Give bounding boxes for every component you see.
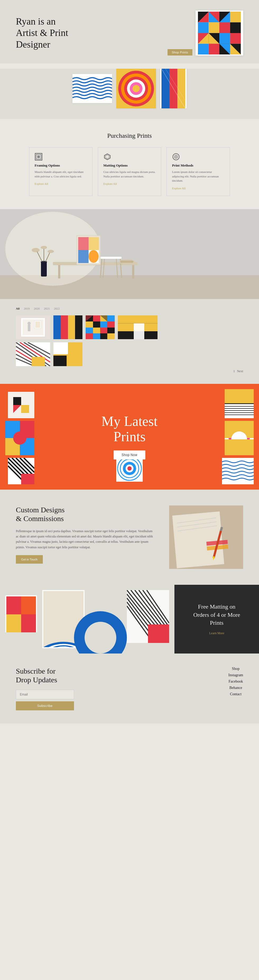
- email-input[interactable]: [16, 690, 74, 699]
- svg-rect-61: [41, 262, 47, 277]
- svg-line-131: [8, 458, 34, 484]
- footer-link-facebook[interactable]: Facebook: [228, 679, 243, 684]
- subscribe-button[interactable]: Subscribe: [16, 702, 74, 710]
- custom-designs-desc: Pellentesque in ipsum id orci porta dapi…: [16, 528, 153, 550]
- filter-2021[interactable]: 2021: [44, 307, 50, 310]
- svg-rect-138: [21, 474, 34, 484]
- svg-rect-48: [58, 265, 60, 278]
- svg-rect-170: [21, 597, 36, 614]
- email-input-wrap: Subscribe: [16, 690, 74, 710]
- svg-rect-91: [107, 321, 115, 328]
- svg-rect-7: [230, 22, 241, 33]
- filter-2022[interactable]: 2022: [54, 307, 60, 310]
- svg-rect-95: [107, 328, 115, 333]
- footer-link-contact[interactable]: Contact: [228, 692, 243, 696]
- matting-title: Matting Options: [103, 163, 156, 168]
- svg-rect-82: [75, 315, 83, 339]
- svg-rect-19: [209, 44, 219, 55]
- svg-rect-147: [225, 421, 254, 455]
- options-grid: Framing Options Mauris blandit aliquam e…: [16, 147, 243, 196]
- svg-marker-123: [13, 405, 21, 413]
- svg-rect-140: [225, 389, 254, 404]
- svg-point-156: [127, 466, 132, 471]
- gallery-pagination: 1 Next: [16, 369, 243, 373]
- svg-rect-127: [5, 438, 20, 455]
- svg-rect-88: [86, 321, 93, 328]
- svg-rect-54: [78, 250, 89, 263]
- gallery-row-1: [16, 315, 243, 339]
- promo-learn-more-link[interactable]: Learn More: [209, 631, 224, 635]
- svg-rect-169: [6, 597, 21, 614]
- svg-rect-14: [219, 33, 230, 44]
- purchasing-title: Purchasing Prints: [16, 132, 243, 139]
- svg-rect-105: [134, 323, 144, 339]
- footer-links: Shop Instagram Facebook Behance Contact: [228, 667, 243, 696]
- svg-rect-85: [93, 315, 100, 321]
- shop-now-button[interactable]: Shop Now: [114, 450, 145, 460]
- svg-rect-189: [148, 624, 169, 643]
- gallery-thumb-4[interactable]: [118, 315, 157, 339]
- footer-link-instagram[interactable]: Instagram: [228, 673, 243, 677]
- promo-title: Free Matting on Orders of 4 or More Prin…: [193, 603, 240, 627]
- svg-rect-120: [8, 392, 34, 418]
- svg-line-135: [24, 458, 34, 468]
- svg-rect-74: [28, 325, 30, 331]
- svg-rect-118: [53, 342, 68, 354]
- svg-rect-89: [93, 321, 100, 328]
- gallery-thumb-2[interactable]: [53, 315, 83, 339]
- svg-rect-4: [198, 22, 209, 33]
- matting-icon: [103, 153, 111, 161]
- svg-rect-97: [93, 333, 100, 339]
- hero-title: Ryan is an Artist & Print Designer: [16, 16, 68, 50]
- hero-bottom-art: [0, 69, 259, 119]
- promo-art: [0, 585, 175, 654]
- matting-option-card: Matting Options Cras ultricies ligula se…: [98, 147, 161, 196]
- filter-2020[interactable]: 2020: [34, 307, 40, 310]
- custom-designs-image: [169, 506, 243, 569]
- custom-designs-title: Custom Designs & Commissions: [16, 506, 153, 523]
- svg-rect-52: [78, 237, 89, 250]
- matting-explore-link[interactable]: Explore All: [103, 182, 117, 185]
- svg-point-155: [126, 465, 133, 473]
- svg-point-31: [133, 85, 140, 92]
- gallery-thumb-1[interactable]: [16, 315, 50, 339]
- footer-link-behance[interactable]: Behance: [228, 686, 243, 690]
- custom-designs-text: Custom Designs & Commissions Pellentesqu…: [16, 506, 153, 564]
- svg-line-137: [8, 466, 26, 484]
- scattered-5: [225, 421, 254, 455]
- svg-rect-171: [6, 614, 21, 632]
- latest-prints-title: My Latest Prints: [102, 414, 157, 444]
- svg-rect-18: [198, 44, 209, 55]
- footer-link-shop[interactable]: Shop: [228, 667, 243, 671]
- svg-rect-139: [225, 389, 254, 418]
- filter-all[interactable]: All: [16, 307, 19, 310]
- gallery-thumb-6[interactable]: [53, 342, 83, 366]
- print-methods-explore-link[interactable]: Explore All: [172, 187, 186, 190]
- svg-point-129: [13, 431, 26, 445]
- svg-rect-124: [5, 421, 34, 455]
- footer-subscribe-title: Subscribe for Drop Updates: [16, 667, 74, 684]
- svg-rect-33: [162, 69, 169, 108]
- svg-point-43: [175, 156, 176, 157]
- shop-prints-button[interactable]: Shop Prints: [168, 49, 192, 56]
- svg-rect-53: [89, 237, 99, 250]
- get-in-touch-button[interactable]: Get in Touch: [16, 555, 43, 564]
- filter-2019[interactable]: 2019: [24, 307, 30, 310]
- hero-art-main: [197, 12, 242, 54]
- framing-explore-link[interactable]: Explore All: [35, 182, 48, 185]
- svg-rect-90: [100, 321, 107, 328]
- svg-rect-6: [219, 22, 230, 33]
- pagination-1[interactable]: 1: [234, 369, 235, 373]
- pagination-next[interactable]: Next: [237, 369, 243, 373]
- footer-subscribe: Subscribe for Drop Updates Subscribe: [16, 667, 74, 710]
- svg-rect-172: [21, 614, 36, 632]
- scattered-6: [222, 458, 254, 484]
- svg-rect-96: [86, 333, 93, 339]
- gallery-thumb-5[interactable]: [16, 342, 50, 366]
- hero-section: Ryan is an Artist & Print Designer Shop …: [0, 0, 259, 64]
- svg-rect-24: [72, 75, 112, 103]
- svg-marker-121: [13, 397, 21, 405]
- gallery-thumb-3[interactable]: [86, 315, 115, 339]
- svg-line-134: [20, 458, 34, 473]
- svg-line-133: [16, 458, 34, 476]
